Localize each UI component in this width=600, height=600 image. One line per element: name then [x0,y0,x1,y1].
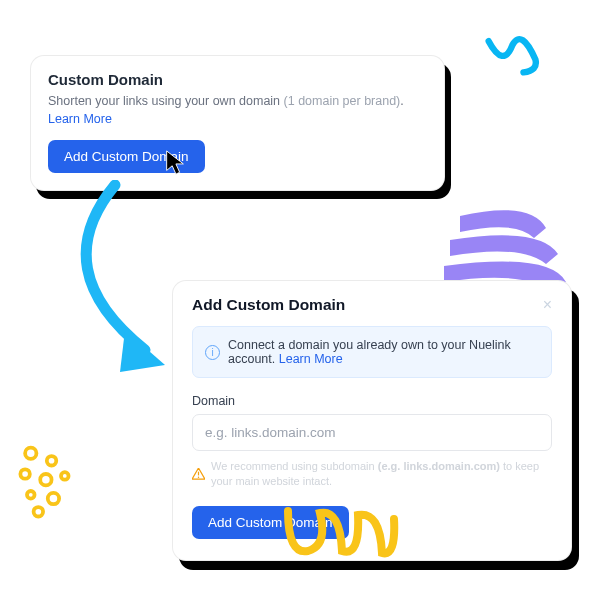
svg-point-1 [47,456,56,465]
custom-domain-card: Custom Domain Shorten your links using y… [30,55,445,191]
info-icon: i [205,345,220,360]
svg-point-2 [20,469,29,478]
yellow-dots-decoration [10,440,95,525]
svg-point-7 [34,507,43,516]
dialog-title: Add Custom Domain [192,296,345,314]
add-custom-domain-dialog: Add Custom Domain × i Connect a domain y… [172,280,572,561]
card-subtitle: Shorten your links using your own domain… [48,92,427,128]
info-banner-text: Connect a domain you already own to your… [228,338,539,366]
add-custom-domain-submit-button[interactable]: Add Custom Domain [192,506,349,539]
svg-point-0 [25,448,36,459]
blue-squiggle-decoration [485,32,540,87]
learn-more-link[interactable]: Learn More [279,352,343,366]
cursor-icon [165,150,185,176]
svg-point-3 [40,474,51,485]
domain-hint: We recommend using subdomain (e.g. links… [192,459,552,490]
svg-point-4 [61,472,69,480]
warning-icon [192,468,205,480]
learn-more-link[interactable]: Learn More [48,112,112,126]
svg-point-6 [48,493,59,504]
domain-field-label: Domain [192,394,552,408]
close-icon[interactable]: × [543,297,552,313]
info-banner: i Connect a domain you already own to yo… [192,326,552,378]
svg-point-5 [27,491,35,499]
domain-input[interactable] [192,414,552,451]
svg-point-9 [198,477,199,478]
card-title: Custom Domain [48,71,427,88]
